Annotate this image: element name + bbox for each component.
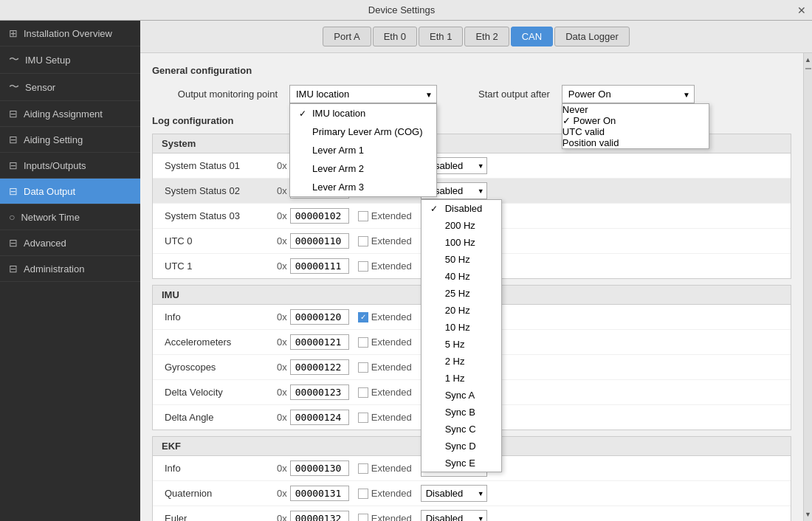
addr-input[interactable] <box>290 334 349 350</box>
extended-check: Extended <box>358 235 412 246</box>
extended-checkbox[interactable] <box>358 489 368 499</box>
addr-input[interactable] <box>290 410 349 425</box>
popup-item-imu-location[interactable]: ✓ IMU location <box>290 104 436 123</box>
sidebar-item-aiding-assignment[interactable]: ⊟ Aiding Assignment <box>0 101 140 127</box>
addr-input[interactable] <box>290 384 349 400</box>
extended-check: Extended <box>358 387 412 398</box>
sidebar-item-installation-overview[interactable]: ⊞ Installation Overview <box>0 21 140 46</box>
tab-port-a[interactable]: Port A <box>323 27 371 46</box>
start-dropdown-value: Power On <box>568 89 611 100</box>
rate-select-wrapper[interactable]: Disabled ▼ <box>421 485 487 502</box>
start-dropdown-wrapper[interactable]: Power On ▼ Never ✓ Power On <box>562 85 695 103</box>
rate-option-50hz[interactable]: 50 Hz <box>422 251 501 268</box>
monitor-dropdown[interactable]: IMU location ▼ <box>289 85 437 103</box>
extended-checkbox[interactable] <box>358 362 368 373</box>
extended-checkbox[interactable] <box>358 463 368 474</box>
aiding-assignment-icon: ⊟ <box>9 108 18 120</box>
sidebar-item-data-output[interactable]: ⊟ Data Output <box>0 179 140 204</box>
group-system: System System Status 01 0x Extended <box>152 134 791 279</box>
rate-option-5hz[interactable]: 5 Hz <box>422 336 501 353</box>
row-name: System Status 03 <box>159 210 277 221</box>
output-monitoring-row: Output monitoring point IMU location ▼ ✓… <box>152 85 791 103</box>
rate-option-sync-e[interactable]: Sync E <box>422 455 501 472</box>
row-name: Delta Angle <box>159 412 277 423</box>
tab-eth-0[interactable]: Eth 0 <box>373 27 417 46</box>
scroll-up-arrow[interactable]: ▲ <box>803 55 812 65</box>
check-icon: ✓ <box>562 115 571 126</box>
extended-checkbox[interactable] <box>358 236 368 246</box>
row-addr: 0x <box>277 410 349 425</box>
popup-item-position-valid[interactable]: Position valid <box>562 137 709 148</box>
popup-item-never[interactable]: Never <box>562 104 709 115</box>
sidebar-item-aiding-setting[interactable]: ⊟ Aiding Setting <box>0 127 140 153</box>
row-name: System Status 02 <box>159 185 277 196</box>
addr-input[interactable] <box>290 486 349 501</box>
vertical-scrollbar[interactable]: ▲ ▼ <box>803 53 812 521</box>
extended-checkbox[interactable] <box>358 514 368 522</box>
row-addr: 0x <box>277 511 349 521</box>
rate-option-sync-c[interactable]: Sync C <box>422 421 501 438</box>
popup-item-power-on[interactable]: ✓ Power On <box>562 115 709 126</box>
addr-input[interactable] <box>290 359 349 375</box>
tab-can[interactable]: CAN <box>511 27 553 46</box>
rate-option-1hz[interactable]: 1 Hz <box>422 370 501 387</box>
rate-select-wrapper[interactable]: Disabled ▼ <box>421 510 487 521</box>
sidebar-item-label: Inputs/Outputs <box>24 160 86 171</box>
tab-eth-2[interactable]: Eth 2 <box>464 27 509 46</box>
rate-option-2hz[interactable]: 2 Hz <box>422 353 501 370</box>
addr-input[interactable] <box>290 511 349 521</box>
extended-checkbox[interactable] <box>358 261 368 272</box>
rate-option-sync-b[interactable]: Sync B <box>422 404 501 421</box>
rate-option-25hz[interactable]: 25 Hz <box>422 285 501 302</box>
rate-dropdown-arrow: ▼ <box>478 187 484 195</box>
start-dropdown[interactable]: Power On ▼ <box>562 85 695 103</box>
scrollbar-thumb[interactable] <box>805 68 811 69</box>
rate-option-40hz[interactable]: 40 Hz <box>422 268 501 285</box>
rate-select[interactable]: Disabled <box>421 510 487 521</box>
monitor-dropdown-popup: ✓ IMU location Primary Lever Arm (COG) L… <box>289 103 437 197</box>
row-name: UTC 1 <box>159 260 277 272</box>
addr-input[interactable] <box>290 309 349 325</box>
extended-checkbox[interactable] <box>358 211 368 221</box>
popup-item-utc-valid[interactable]: UTC valid <box>562 126 709 137</box>
row-addr: 0x <box>277 460 349 476</box>
rate-option-200hz[interactable]: 200 Hz <box>422 217 501 234</box>
extended-checkbox[interactable] <box>358 413 368 423</box>
popup-item-lever-arm-3[interactable]: Lever Arm 3 <box>290 178 436 196</box>
sidebar-item-imu-setup[interactable]: 〜 IMU Setup <box>0 46 140 74</box>
rate-option-20hz[interactable]: 20 Hz <box>422 302 501 319</box>
close-button[interactable]: ✕ <box>797 4 806 16</box>
title-bar: Device Settings ✕ <box>0 0 812 21</box>
popup-item-lever-arm-1[interactable]: Lever Arm 1 <box>290 141 436 159</box>
sidebar-item-advanced[interactable]: ⊟ Advanced <box>0 230 140 256</box>
tab-data-logger[interactable]: Data Logger <box>554 27 630 46</box>
monitor-dropdown-wrapper[interactable]: IMU location ▼ ✓ IMU location Primary <box>289 85 437 103</box>
extended-checkbox[interactable] <box>358 387 368 398</box>
sidebar-item-label: IMU Setup <box>25 55 70 66</box>
rate-option-100hz[interactable]: 100 Hz <box>422 234 501 251</box>
scroll-down-arrow[interactable]: ▼ <box>803 509 812 520</box>
addr-input[interactable] <box>290 233 349 249</box>
sidebar-item-administration[interactable]: ⊟ Administration <box>0 256 140 282</box>
installation-overview-icon: ⊞ <box>9 27 18 39</box>
sidebar-item-network-time[interactable]: ○ Network Time <box>0 204 140 230</box>
rate-option-sync-a[interactable]: Sync A <box>422 387 501 404</box>
table-row: Euler 0x Extended Disabled <box>153 506 791 521</box>
addr-input[interactable] <box>290 258 349 274</box>
addr-input[interactable] <box>290 460 349 476</box>
extended-checkbox[interactable]: ✓ <box>358 312 368 322</box>
extended-check: Extended <box>358 337 412 348</box>
rate-option-sync-d[interactable]: Sync D <box>422 438 501 455</box>
sidebar-item-sensor[interactable]: 〜 Sensor <box>0 74 140 101</box>
tab-eth-1[interactable]: Eth 1 <box>419 27 463 46</box>
rate-select[interactable]: Disabled <box>421 485 487 502</box>
sidebar-item-inputs-outputs[interactable]: ⊟ Inputs/Outputs <box>0 153 140 179</box>
popup-item-primary-lever[interactable]: Primary Lever Arm (COG) <box>290 123 436 141</box>
popup-item-lever-arm-2[interactable]: Lever Arm 2 <box>290 159 436 178</box>
extended-checkbox[interactable] <box>358 337 368 348</box>
administration-icon: ⊟ <box>9 263 18 275</box>
rate-option-10hz[interactable]: 10 Hz <box>422 319 501 336</box>
addr-input[interactable] <box>290 208 349 224</box>
window-title: Device Settings <box>269 4 533 15</box>
rate-option-disabled[interactable]: ✓Disabled <box>422 200 501 217</box>
